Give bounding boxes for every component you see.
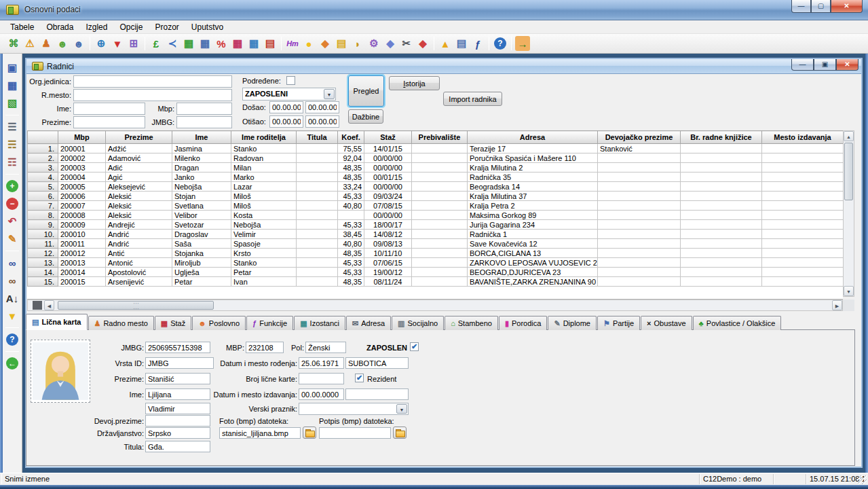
titula-input[interactable] [145, 441, 210, 452]
back-icon[interactable]: ← [6, 357, 18, 369]
edit-icon[interactable]: ✎ [5, 232, 20, 247]
tab-povlastice[interactable]: ♣ Povlastice / Olakšice [693, 316, 782, 330]
column-header[interactable]: Adresa [468, 131, 598, 144]
rodjenje-mesto-input[interactable] [345, 357, 409, 369]
scroll-right-icon[interactable]: ▶ [832, 300, 842, 310]
print-quick-icon[interactable]: ☴ [5, 137, 20, 152]
sheet-percent-green-icon[interactable]: ▦ [181, 36, 196, 51]
tools-icon[interactable]: ✂ [399, 36, 414, 51]
org-warning-icon[interactable]: ⚠ [22, 36, 37, 51]
verski-praznik-combobox[interactable]: ▼ [299, 403, 409, 415]
pol-input[interactable] [305, 342, 346, 353]
sort-az-icon[interactable]: A↓ [5, 291, 20, 306]
calendar-money-icon[interactable]: ▦ [246, 36, 261, 51]
child-minimize-button[interactable]: — [791, 59, 814, 71]
izdavanje-mesto-input[interactable] [345, 388, 409, 400]
doc-info-icon[interactable]: ▤ [454, 36, 469, 51]
tab-funkcije[interactable]: ƒ Funkcije [246, 316, 293, 330]
horizontal-scrollbar[interactable]: ◀ ▶ [27, 300, 843, 311]
percent-icon[interactable]: % [214, 36, 229, 51]
org-jedinica-input[interactable] [73, 75, 232, 88]
istorija-button[interactable]: Istorija [389, 76, 440, 90]
rodjenje-datum-input[interactable] [299, 357, 344, 369]
menu-item[interactable]: Opcije [113, 21, 149, 33]
doc-fx-icon[interactable]: ƒ [470, 36, 485, 51]
tab-radno-mesto[interactable]: ♟ Radno mesto [88, 316, 154, 330]
gear-icon[interactable]: ⚙ [366, 36, 381, 51]
ime-filter-input[interactable] [73, 103, 145, 115]
column-header[interactable]: Devojačko prezime [598, 131, 681, 144]
drzavljanstvo-input[interactable] [145, 427, 210, 439]
mbp-filter-input[interactable] [176, 103, 232, 115]
pregled-button[interactable]: Pregled [348, 75, 384, 107]
bulb-icon[interactable]: ● [301, 36, 316, 51]
table-row[interactable]: 2. 200002Adamović MilenkoRadovan 92,04 0… [28, 153, 844, 163]
help-icon[interactable]: ? [6, 333, 18, 346]
table-row[interactable]: 5. 200005Aleksejević NebojšaLazar 33,24 … [28, 182, 844, 192]
help-icon[interactable]: ? [494, 37, 506, 50]
horizontal-scroll-thumb[interactable] [58, 301, 214, 310]
column-header[interactable]: Koef. [338, 131, 364, 144]
table-row[interactable]: 15. 200015Arsenijević PetarIvan 48,35 08… [28, 277, 844, 287]
izdavanje-datum-input[interactable] [299, 388, 344, 400]
menu-item[interactable]: Obrada [40, 21, 79, 33]
undo-icon[interactable]: ↶ [5, 214, 20, 229]
find-next-icon[interactable]: ∞ [5, 273, 20, 288]
potpis-browse-button[interactable] [393, 427, 407, 439]
filter-icon[interactable]: ▼ [5, 308, 20, 323]
table-row[interactable]: 14. 200014Apostolović UglješaPetar 45,33… [28, 268, 844, 277]
menu-item[interactable]: Uputstvo [185, 21, 229, 33]
otisao-do-input[interactable] [305, 115, 339, 128]
find-icon[interactable]: ∞ [5, 255, 20, 270]
employee-green-icon[interactable]: ☻ [55, 36, 70, 51]
split-icon[interactable]: ≺ [165, 36, 180, 51]
column-header[interactable]: Staž [364, 131, 412, 144]
import-radnika-button[interactable]: Import radnika [443, 92, 502, 106]
tab-porodica[interactable]: ▮ Porodica [499, 316, 547, 330]
jmbg-filter-input[interactable] [176, 116, 232, 128]
column-header[interactable]: Prezime [106, 131, 172, 144]
column-header[interactable]: Br. radne knjižice [681, 131, 762, 144]
bag-bulb-icon[interactable]: ◗ [350, 36, 365, 51]
otisao-od-input[interactable] [269, 115, 303, 128]
dosao-do-input[interactable] [305, 101, 339, 113]
tab-poslovno[interactable]: ☻ Poslovno [192, 316, 246, 330]
vertical-scroll-thumb[interactable] [844, 143, 853, 200]
currency-icon[interactable]: £ [149, 36, 164, 51]
foto-input[interactable] [219, 427, 301, 439]
menu-item[interactable]: Tabele [4, 21, 40, 33]
tab-izostanci[interactable]: ▦ Izostanci [294, 316, 345, 330]
rezident-checkbox[interactable] [355, 374, 364, 382]
menu-item[interactable]: Prozor [149, 21, 185, 33]
scroll-left-icon[interactable]: ◀ [44, 300, 54, 310]
child-restore-button[interactable]: ▣ [814, 59, 836, 71]
zaposlen-checkbox[interactable] [410, 342, 419, 351]
table-row[interactable]: 6. 200006Aleksić StojanMiloš 45,33 09/03… [28, 192, 844, 201]
table-row[interactable]: 9. 200009Andrejić SvetozarNebojša 45,33 … [28, 220, 844, 230]
dosao-od-input[interactable] [269, 101, 303, 113]
doc-money-icon[interactable]: ▤ [263, 36, 278, 51]
maximize-button[interactable]: ▢ [811, 0, 831, 13]
jmbg-input[interactable] [145, 342, 210, 353]
menu-item[interactable]: Izgled [79, 21, 113, 33]
tab-diplome[interactable]: ✎ Diplome [548, 316, 597, 330]
prezime-filter-input[interactable] [73, 116, 145, 128]
tag-blue-icon[interactable]: ◆ [383, 36, 398, 51]
child-close-button[interactable]: ✕ [836, 59, 858, 71]
devoj-prezime-input[interactable] [145, 415, 210, 427]
column-header[interactable]: Ime [172, 131, 231, 144]
vertical-scrollbar[interactable]: ▲ ▼ [843, 130, 854, 297]
scroll-down-icon[interactable]: ▼ [844, 286, 854, 296]
dazbine-button[interactable]: Dažbine [348, 109, 383, 124]
podredene-checkbox[interactable] [286, 76, 295, 85]
tab-obustave[interactable]: × Obustave [641, 316, 692, 330]
tab-partije[interactable]: ⚑ Partije [597, 316, 640, 330]
column-header[interactable]: Titula [297, 131, 338, 144]
tab-adresa[interactable]: ✉ Adresa [346, 316, 391, 330]
table-row[interactable]: 4. 200004Agić JankoMarko 48,35 00/01/15 … [28, 173, 844, 182]
column-header[interactable]: Mesto izdavanja [762, 131, 844, 144]
employee-blue-icon[interactable]: ☻ [71, 36, 86, 51]
doc-warning-icon[interactable]: ▲ [438, 36, 453, 51]
tag-orange-icon[interactable]: ◆ [318, 36, 333, 51]
table-row[interactable]: 12. 200012Antić StojankaKrsto 48,35 10/1… [28, 249, 844, 258]
